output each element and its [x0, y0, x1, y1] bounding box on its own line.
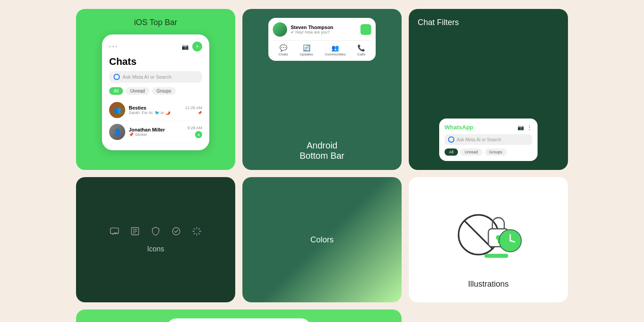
android-screenshot: Steven Thompson ✔ Hey! How are you? 💬 Ch…: [268, 18, 376, 61]
communities-nav-label: Communities: [325, 52, 346, 56]
phone-search-bar[interactable]: Ask Meta AI or Search: [109, 71, 202, 83]
android-action-button[interactable]: [360, 24, 371, 35]
chat-name-jonathan: Jonathan Miller: [129, 127, 184, 132]
attachment-tray-card: 🖼 Gallery 📷 Camera 📍 Location 👤 Contact: [76, 309, 402, 322]
android-nav-updates[interactable]: 🔄 Updates: [300, 44, 313, 56]
android-avatar: [273, 22, 287, 37]
android-bottom-bar-title: AndroidBottom Bar: [300, 140, 344, 161]
svg-point-5: [173, 228, 180, 235]
chat-avatar-besties: 👥: [109, 102, 125, 118]
chat-preview-besties: Sarah: For tn: 🐦 or 🌶️: [129, 110, 182, 115]
filters-tabs: All Unread Groups: [445, 148, 532, 156]
search-placeholder: Ask Meta AI or Search: [123, 74, 171, 80]
android-contact-status: ✔ Hey! How are you?: [291, 30, 333, 34]
chat-item-besties[interactable]: 👥 Besties Sarah: For tn: 🐦 or 🌶️ 11:26 A…: [109, 99, 202, 121]
camera-icon[interactable]: 📷: [182, 43, 189, 50]
chat-filters-title: Chat Filters: [418, 18, 459, 27]
chat-item-jonathan[interactable]: 👤 Jonathan Miller 📌 Sticker 9:28 AM 4: [109, 121, 202, 143]
phone-right-icons: 📷 +: [182, 42, 202, 51]
colors-card: Colors: [242, 177, 402, 302]
filters-search-text: Ask Meta AI or Search: [457, 137, 501, 142]
ftab-all[interactable]: All: [445, 148, 458, 156]
chat-right-besties: 11:26 AM 📌: [185, 106, 202, 115]
unread-badge-jonathan: 4: [195, 131, 202, 138]
chat-preview-jonathan: 📌 Sticker: [129, 132, 184, 137]
chat-info-besties: Besties Sarah: For tn: 🐦 or 🌶️: [129, 105, 182, 115]
filter-tabs: All Unread Groups: [109, 87, 202, 95]
whatsapp-label: WhatsApp: [445, 124, 473, 131]
message-icon: [110, 226, 119, 236]
pin-icon: 📌: [198, 111, 202, 115]
android-contact-name: Steven Thompson: [291, 25, 333, 30]
filters-meta-icon: [448, 136, 454, 143]
chat-name-besties: Besties: [129, 105, 182, 110]
ftab-unread[interactable]: Unread: [460, 148, 483, 156]
chat-info-jonathan: Jonathan Miller 📌 Sticker: [129, 127, 184, 137]
phone-mockup: 📷 + Chats Ask Meta AI or Search All Unre…: [102, 34, 209, 150]
icons-label: Icons: [147, 245, 164, 253]
attachment-sheet: 🖼 Gallery 📷 Camera 📍 Location 👤 Contact: [167, 318, 310, 322]
shield-icon: [151, 226, 161, 236]
main-grid: iOS Top Bar 📷 + Chats Ask Meta AI or Sea…: [76, 9, 568, 322]
illustration-art: [448, 191, 529, 271]
ftab-groups[interactable]: Groups: [485, 148, 507, 156]
chat-avatar-jonathan: 👤: [109, 124, 125, 140]
icons-card: Icons: [76, 177, 235, 302]
illustrations-label: Illustrations: [468, 280, 508, 289]
ios-top-bar-title: iOS Top Bar: [134, 18, 178, 27]
chat-time-besties: 11:26 AM: [185, 106, 202, 110]
chat-time-jonathan: 9:28 AM: [187, 126, 202, 130]
ios-top-bar-card: iOS Top Bar 📷 + Chats Ask Meta AI or Sea…: [76, 9, 235, 170]
illustration-svg: [448, 195, 529, 267]
android-contact-info: Steven Thompson ✔ Hey! How are you?: [291, 25, 333, 34]
android-bottom-bar-card: Steven Thompson ✔ Hey! How are you? 💬 Ch…: [242, 9, 402, 170]
illustrations-card: Illustrations: [409, 177, 568, 302]
android-nav-chats[interactable]: 💬 Chats: [279, 44, 288, 56]
communities-nav-icon: 👥: [331, 44, 339, 51]
updates-nav-icon: 🔄: [303, 44, 310, 51]
chat-filters-card: Chat Filters WhatsApp 📷 ⋮ Ask Meta AI or…: [409, 9, 568, 170]
filters-header-icons: 📷 ⋮: [517, 124, 532, 131]
phone-dots: [109, 46, 117, 47]
chats-nav-icon: 💬: [280, 44, 287, 51]
chats-nav-label: Chats: [279, 52, 288, 56]
camera-filter-icon[interactable]: 📷: [517, 124, 524, 131]
dot1: [109, 46, 111, 47]
filters-header: WhatsApp 📷 ⋮: [445, 124, 532, 131]
phone-top-bar: 📷 +: [109, 42, 202, 51]
filter-all[interactable]: All: [109, 87, 123, 95]
dot2: [112, 46, 114, 47]
calls-nav-label: Calls: [357, 52, 365, 56]
colors-label: Colors: [310, 235, 334, 245]
android-top: Steven Thompson ✔ Hey! How are you?: [273, 22, 371, 40]
filters-search-bar[interactable]: Ask Meta AI or Search: [445, 134, 532, 145]
meta-ai-icon: [114, 74, 120, 80]
dot3: [115, 46, 117, 47]
android-nav-bar: 💬 Chats 🔄 Updates 👥 Communities 📞 Calls: [273, 40, 371, 56]
android-nav-communities[interactable]: 👥 Communities: [325, 44, 346, 56]
sparkle-icon: [192, 226, 202, 236]
svg-rect-15: [484, 254, 508, 258]
checkmark-circle-icon: [171, 226, 181, 236]
add-icon[interactable]: +: [192, 42, 202, 51]
icons-row: [110, 226, 202, 236]
chat-right-jonathan: 9:28 AM 4: [187, 126, 202, 138]
list-icon: [130, 226, 140, 236]
android-nav-calls[interactable]: 📞 Calls: [357, 44, 365, 56]
calls-nav-icon: 📞: [357, 44, 365, 51]
phone-chats-title: Chats: [109, 56, 202, 68]
filters-screenshot: WhatsApp 📷 ⋮ Ask Meta AI or Search All U…: [439, 119, 538, 161]
filter-unread[interactable]: Unread: [126, 87, 149, 95]
filter-groups[interactable]: Groups: [152, 87, 176, 95]
more-options-icon[interactable]: ⋮: [527, 124, 532, 131]
updates-nav-label: Updates: [300, 52, 313, 56]
